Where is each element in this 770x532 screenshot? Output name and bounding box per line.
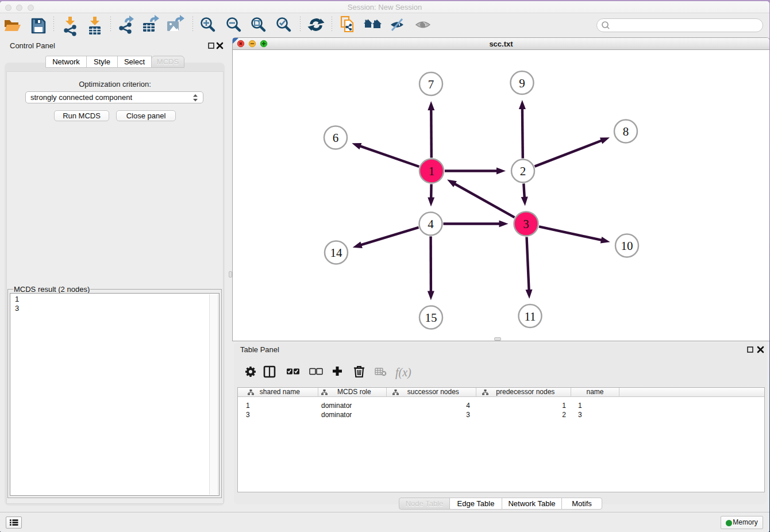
svg-text:4: 4 bbox=[428, 217, 434, 231]
svg-text:14: 14 bbox=[330, 246, 343, 260]
svg-text:2: 2 bbox=[520, 164, 526, 178]
svg-text:8: 8 bbox=[623, 125, 629, 138]
svg-text:1: 1 bbox=[429, 164, 435, 178]
svg-text:10: 10 bbox=[621, 239, 633, 253]
svg-text:7: 7 bbox=[428, 78, 434, 91]
svg-text:15: 15 bbox=[425, 311, 437, 325]
svg-text:6: 6 bbox=[333, 131, 339, 145]
svg-text:9: 9 bbox=[519, 76, 525, 90]
svg-text:3: 3 bbox=[523, 217, 529, 231]
svg-text:f(x): f(x) bbox=[395, 366, 411, 379]
svg-text:11: 11 bbox=[524, 310, 536, 323]
